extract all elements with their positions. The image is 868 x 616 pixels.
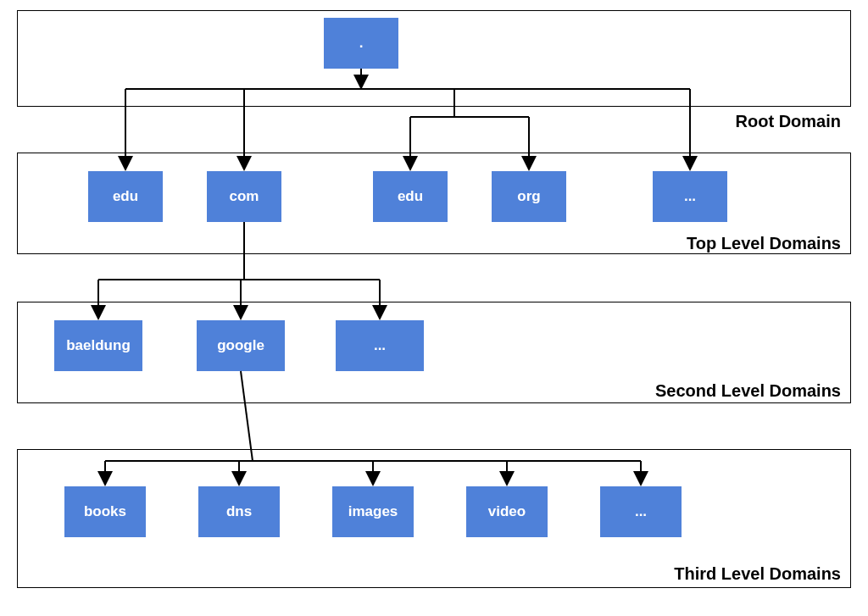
node-third-0: books: [64, 486, 146, 537]
label-tld: Top Level Domains: [687, 234, 841, 253]
node-tld-4: ...: [653, 171, 727, 222]
node-sld-2: ...: [336, 320, 424, 371]
node-tld-3: org: [492, 171, 566, 222]
node-tld-1: com: [207, 171, 281, 222]
frame-root: [17, 10, 851, 107]
label-sld: Second Level Domains: [655, 381, 841, 401]
node-third-4: ...: [600, 486, 682, 537]
node-sld-1: google: [197, 320, 285, 371]
label-third: Third Level Domains: [674, 564, 841, 584]
node-third-3: video: [466, 486, 548, 537]
node-tld-0: edu: [88, 171, 163, 222]
node-third-1: dns: [198, 486, 280, 537]
label-root: Root Domain: [736, 112, 841, 131]
node-root: .: [324, 18, 398, 69]
node-third-2: images: [332, 486, 414, 537]
node-tld-2: edu: [373, 171, 448, 222]
diagram-canvas: Root Domain Top Level Domains Second Lev…: [0, 0, 868, 616]
node-sld-0: baeldung: [54, 320, 142, 371]
